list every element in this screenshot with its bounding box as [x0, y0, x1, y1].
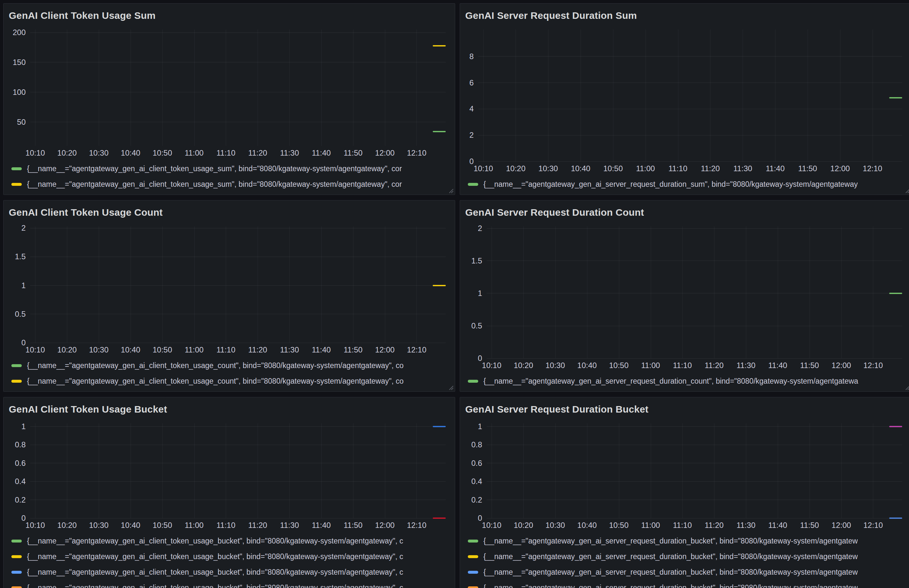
panel-resize-handle[interactable]	[904, 188, 909, 194]
y-axis: 20015010050	[6, 29, 30, 146]
legend-series-marker-icon	[11, 380, 22, 383]
panel-header[interactable]: GenAI Client Token Usage Bucket	[6, 400, 452, 417]
legend-item[interactable]: {__name__="agentgateway_gen_ai_client_to…	[11, 358, 452, 373]
legend-series-marker-icon	[11, 555, 22, 558]
legend-label: {__name__="agentgateway_gen_ai_client_to…	[27, 537, 403, 546]
panel-resize-handle[interactable]	[448, 188, 454, 194]
legend-label: {__name__="agentgateway_gen_ai_client_to…	[27, 361, 404, 370]
plot-area[interactable]	[30, 226, 446, 343]
legend-label: {__name__="agentgateway_gen_ai_client_to…	[27, 568, 403, 577]
legend-series-marker-icon	[11, 364, 22, 367]
gridline-vertical	[619, 423, 619, 518]
gridline-vertical	[646, 29, 646, 162]
gridline-vertical	[807, 29, 808, 162]
x-axis-tick-label: 11:00	[641, 361, 660, 370]
plot-area[interactable]	[487, 226, 902, 358]
panel-header[interactable]: GenAI Client Token Usage Sum	[6, 6, 452, 23]
x-axis-tick-label: 10:30	[546, 361, 565, 370]
gridline-vertical	[226, 29, 226, 146]
x-axis-tick-label: 11:40	[312, 521, 331, 530]
y-axis-tick-label: 1.5	[471, 256, 482, 265]
gridline-vertical	[67, 29, 67, 146]
gridline-vertical	[162, 226, 163, 343]
plot-area[interactable]	[478, 29, 902, 162]
panel-resize-handle[interactable]	[904, 384, 909, 391]
legend-item[interactable]: {__name__="agentgateway_gen_ai_client_to…	[11, 533, 452, 549]
gridline-vertical	[714, 423, 714, 518]
series-line-segment	[889, 293, 902, 294]
gridline-vertical	[353, 226, 354, 343]
panel-title[interactable]: GenAI Server Request Duration Bucket	[465, 404, 649, 415]
legend-label: {__name__="agentgateway_gen_ai_server_re…	[483, 537, 858, 546]
y-axis-tick-label: 4	[470, 104, 474, 113]
legend-item[interactable]: {__name__="agentgateway_gen_ai_client_to…	[11, 176, 452, 192]
legend-item[interactable]: {__name__="agentgateway_gen_ai_server_re…	[468, 373, 909, 389]
gridline-vertical	[417, 226, 417, 343]
legend-item[interactable]: {__name__="agentgateway_gen_ai_server_re…	[468, 549, 909, 564]
gridline-vertical	[417, 29, 417, 146]
gridline-horizontal	[487, 445, 902, 445]
gridline-vertical	[682, 226, 683, 358]
y-axis-tick-label: 0.8	[471, 440, 482, 449]
gridline-vertical	[99, 226, 99, 343]
legend-item[interactable]: {__name__="agentgateway_gen_ai_server_re…	[468, 176, 909, 192]
panel-title[interactable]: GenAI Client Token Usage Sum	[9, 10, 156, 21]
panel-title[interactable]: GenAI Client Token Usage Bucket	[9, 404, 167, 415]
x-axis-tick-label: 10:30	[89, 521, 108, 530]
panel-title[interactable]: GenAI Server Request Duration Count	[465, 207, 644, 218]
gridline-vertical	[581, 29, 581, 162]
legend-label: {__name__="agentgateway_gen_ai_client_to…	[27, 165, 402, 173]
gridline-vertical	[353, 29, 354, 146]
x-axis-tick-label: 11:00	[184, 149, 203, 158]
legend-item[interactable]: {__name__="agentgateway_gen_ai_client_to…	[11, 580, 452, 588]
panel-header[interactable]: GenAI Client Token Usage Count	[6, 203, 452, 220]
x-axis: 10:1010:2010:3010:4010:5011:0011:1011:20…	[478, 162, 902, 173]
x-axis-tick-label: 11:50	[800, 361, 819, 370]
gridline-vertical	[746, 423, 746, 518]
x-axis-tick-label: 10:20	[513, 361, 533, 370]
x-axis-tick-label: 12:10	[407, 521, 426, 530]
y-axis-tick-label: 0.2	[471, 496, 482, 504]
legend-item[interactable]: {__name__="agentgateway_gen_ai_server_re…	[468, 564, 909, 580]
plot-area[interactable]	[30, 423, 446, 518]
x-axis-tick-label: 12:10	[863, 521, 883, 530]
panel-header[interactable]: GenAI Server Request Duration Count	[463, 203, 909, 220]
plot-area[interactable]	[487, 423, 902, 518]
legend-item[interactable]: {__name__="agentgateway_gen_ai_server_re…	[468, 580, 909, 588]
plot-area[interactable]	[30, 29, 446, 146]
panel-resize-handle[interactable]	[448, 384, 454, 391]
panel-header[interactable]: GenAI Server Request Duration Bucket	[463, 400, 909, 417]
y-axis-tick-label: 1	[478, 422, 482, 431]
y-axis-tick-label: 0.6	[15, 459, 26, 468]
y-axis: 86420	[463, 29, 478, 162]
panel-title[interactable]: GenAI Server Request Duration Sum	[465, 10, 637, 21]
x-axis-tick-label: 11:40	[312, 149, 331, 158]
gridline-horizontal	[30, 314, 446, 314]
legend-series-marker-icon	[11, 167, 22, 170]
x-axis-tick-label: 10:40	[121, 521, 140, 530]
gridline-vertical	[99, 29, 99, 146]
y-axis-tick-label: 0.5	[471, 321, 482, 330]
legend-item[interactable]: {__name__="agentgateway_gen_ai_client_to…	[11, 564, 452, 580]
gridline-horizontal	[487, 260, 902, 261]
y-axis-tick-label: 0	[21, 514, 26, 523]
panel-header[interactable]: GenAI Server Request Duration Sum	[463, 6, 909, 23]
gridline-vertical	[619, 226, 619, 358]
x-axis: 10:1010:2010:3010:4010:5011:0011:1011:20…	[487, 358, 902, 369]
x-axis-tick-label: 10:50	[153, 521, 172, 530]
legend-item[interactable]: {__name__="agentgateway_gen_ai_client_to…	[11, 373, 452, 389]
legend-item[interactable]: {__name__="agentgateway_gen_ai_server_re…	[468, 533, 909, 549]
legend-series-marker-icon	[468, 586, 478, 588]
gridline-vertical	[515, 29, 516, 162]
series-line-segment	[433, 131, 446, 132]
legend-series-marker-icon	[11, 540, 22, 543]
gridline-vertical	[67, 226, 67, 343]
x-axis-tick-label: 10:50	[609, 361, 629, 370]
panel-title[interactable]: GenAI Client Token Usage Count	[9, 207, 163, 218]
x-axis-tick-label: 10:20	[57, 345, 77, 354]
legend-item[interactable]: {__name__="agentgateway_gen_ai_client_to…	[11, 549, 452, 564]
legend-item[interactable]: {__name__="agentgateway_gen_ai_client_to…	[11, 161, 452, 176]
y-axis-tick-label: 0.4	[15, 477, 26, 486]
legend-label: {__name__="agentgateway_gen_ai_server_re…	[483, 552, 858, 561]
gridline-vertical	[194, 29, 195, 146]
